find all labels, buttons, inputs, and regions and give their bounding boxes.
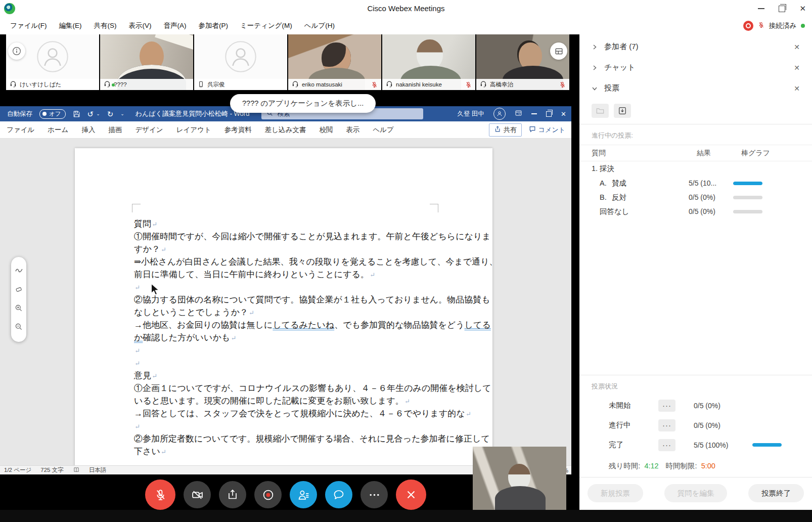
document-canvas[interactable]: 質問↵①開催時間ですが、今回は縮小で開催することが見込まれます。午前と午後どちら… xyxy=(0,139,571,465)
video-tile-3[interactable]: eriko matsusaki xyxy=(288,34,381,90)
restore-button[interactable] xyxy=(779,6,785,12)
menu-item-0[interactable]: ファイル(F) xyxy=(4,21,53,30)
word-restore-button[interactable] xyxy=(546,111,552,117)
word-minimize-button[interactable] xyxy=(531,113,537,114)
headset-icon xyxy=(292,80,299,89)
document-page[interactable]: 質問↵①開催時間ですが、今回は縮小で開催することが見込まれます。午前と午後どちら… xyxy=(75,148,492,465)
document-text[interactable]: 質問↵①開催時間ですが、今回は縮小で開催することが見込まれます。午前と午後どちら… xyxy=(134,218,437,465)
menu-item-4[interactable]: 音声(A) xyxy=(158,21,193,30)
document-title: わんぱく議案意見質問小松松崎 - Word xyxy=(136,109,250,118)
word-comments-button[interactable]: コメント xyxy=(529,125,565,135)
menu-item-1[interactable]: 編集(E) xyxy=(53,21,88,30)
quick-access-dropdown[interactable]: ⌄ xyxy=(120,111,124,116)
panel-close-icon[interactable]: ✕ xyxy=(794,84,800,93)
save-button[interactable] xyxy=(73,110,80,118)
info-button[interactable] xyxy=(8,42,25,60)
close-button[interactable]: ✕ xyxy=(799,4,806,13)
participant-name: eriko matsusaki xyxy=(302,81,342,88)
chevron-down-icon[interactable] xyxy=(592,85,598,92)
video-button[interactable] xyxy=(184,481,211,508)
panel-close-icon[interactable]: ✕ xyxy=(794,64,800,72)
sidebar-panel-0[interactable]: 参加者 (7)✕ xyxy=(579,36,812,57)
bottom-strip xyxy=(0,510,812,522)
ribbon-tab-2[interactable]: 挿入 xyxy=(75,125,102,135)
chevron-right-icon[interactable] xyxy=(592,65,598,71)
zoom-in-icon[interactable] xyxy=(15,304,23,314)
word-count[interactable]: 725 文字 xyxy=(40,466,63,474)
ribbon-tab-3[interactable]: 描画 xyxy=(102,125,128,135)
autosave-toggle[interactable]: オフ xyxy=(39,109,66,119)
video-tile-4[interactable]: nakanishi keisuke xyxy=(382,34,475,90)
doc-line: ↵ xyxy=(134,344,437,357)
record-button[interactable] xyxy=(254,481,282,508)
panel-sidebar: 参加者 (7)✕チャット✕投票✕ 進行中の投票: 質問 結果 棒グラフ 1. 採… xyxy=(579,34,812,510)
headset-icon xyxy=(480,80,487,89)
poll-option-row: B.反対0/5 (0%) xyxy=(579,190,812,204)
participant-name: 呉宗俊 xyxy=(207,81,225,89)
poll-option-result: 5/5 (10... xyxy=(689,179,733,187)
user-avatar[interactable] xyxy=(493,108,506,120)
menu-item-7[interactable]: ヘルプ(H) xyxy=(298,21,341,30)
video-tile-2[interactable]: 呉宗俊 xyxy=(194,34,287,90)
call-controls xyxy=(145,480,426,510)
status-more-button[interactable]: ··· xyxy=(658,400,675,412)
ribbon-tab-10[interactable]: ヘルプ xyxy=(366,125,400,135)
minimize-button[interactable] xyxy=(758,8,764,9)
ribbon-display-options-button[interactable] xyxy=(515,109,522,118)
chat-button[interactable] xyxy=(325,481,352,508)
doc-line: ↵ xyxy=(134,281,437,293)
video-tile-1[interactable]: ???? xyxy=(100,34,193,90)
draw-icon[interactable] xyxy=(15,266,23,277)
eraser-icon[interactable] xyxy=(15,285,23,295)
panel-close-icon[interactable]: ✕ xyxy=(794,43,800,51)
poll-option-result: 0/5 (0%) xyxy=(689,207,733,215)
menu-item-3[interactable]: 表示(V) xyxy=(123,21,158,30)
video-tile-0[interactable]: けいすけしばた xyxy=(6,34,99,90)
doc-line: 下さい↵ xyxy=(134,445,437,458)
proofing-icon[interactable] xyxy=(73,467,80,474)
menu-item-5[interactable]: 参加者(P) xyxy=(193,21,235,30)
poll-open-button[interactable] xyxy=(592,104,609,118)
poll-button-2[interactable]: 投票終了 xyxy=(748,484,804,502)
undo-button[interactable]: ↺⌄ xyxy=(87,110,100,118)
end-button[interactable] xyxy=(396,480,426,510)
ribbon-tab-4[interactable]: デザイン xyxy=(128,125,169,135)
layout-grid-button[interactable] xyxy=(550,42,567,60)
ribbon-tab-1[interactable]: ホーム xyxy=(41,125,75,135)
ribbon-tab-7[interactable]: 差し込み文書 xyxy=(258,125,313,135)
zoom-out-icon[interactable] xyxy=(15,323,23,333)
poll-button-0[interactable]: 新規投票 xyxy=(588,484,643,502)
ribbon-tab-9[interactable]: 表示 xyxy=(339,125,366,135)
doc-line: 意見↵ xyxy=(134,369,437,382)
word-ribbon-tabs: ファイルホーム挿入描画デザインレイアウト参考資料差し込み文書校閲表示ヘルプ 共有… xyxy=(0,121,571,139)
share-button[interactable] xyxy=(219,481,246,508)
menu-item-6[interactable]: ミーティング(M) xyxy=(234,21,298,30)
doc-line: なしということでしょうか？↵ xyxy=(134,306,437,319)
poll-in-progress-label: 進行中の投票: xyxy=(579,124,812,145)
chevron-right-icon[interactable] xyxy=(592,44,598,50)
video-tile-5[interactable]: 高橋幸治 xyxy=(476,34,569,90)
status-more-button[interactable]: ··· xyxy=(658,439,675,451)
status-more-button[interactable]: ··· xyxy=(658,419,675,431)
menu-item-2[interactable]: 共有(S) xyxy=(88,21,123,30)
ribbon-tab-8[interactable]: 校閲 xyxy=(312,125,339,135)
mute-button[interactable] xyxy=(145,480,175,510)
ribbon-tab-6[interactable]: 参考資料 xyxy=(218,125,258,135)
participants-button[interactable] xyxy=(290,481,317,508)
word-close-button[interactable]: ✕ xyxy=(561,110,566,118)
word-share-button[interactable]: 共有 xyxy=(489,123,522,137)
redo-button[interactable]: ↻ xyxy=(107,110,114,118)
language-indicator[interactable]: 日本語 xyxy=(89,466,107,474)
ribbon-tab-5[interactable]: レイアウト xyxy=(170,125,218,135)
ribbon-tab-0[interactable]: ファイル xyxy=(0,125,41,135)
more-button[interactable] xyxy=(360,481,388,508)
poll-save-button[interactable] xyxy=(614,104,631,118)
app-share-notification[interactable]: ???? のアプリケーションを表示し... xyxy=(230,94,376,113)
sidebar-panel-1[interactable]: チャット✕ xyxy=(579,57,812,78)
self-view-video[interactable] xyxy=(473,447,566,510)
poll-option-bar xyxy=(733,210,762,213)
page-indicator[interactable]: 1/2 ページ xyxy=(4,466,31,474)
sidebar-panel-2[interactable]: 投票✕ xyxy=(579,78,812,99)
poll-button-1[interactable]: 質問を編集 xyxy=(664,484,728,502)
doc-line: すか？↵ xyxy=(134,243,437,255)
